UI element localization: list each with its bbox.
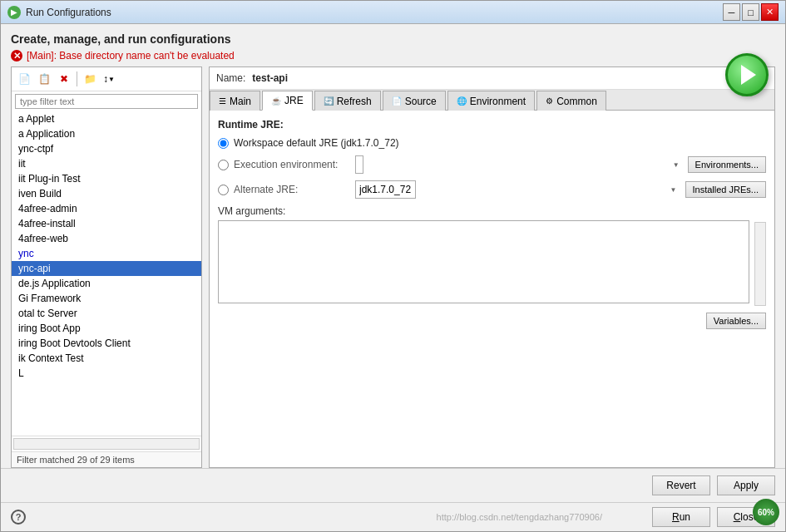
header-section: Create, manage, and run configurations ✕… xyxy=(11,32,775,62)
installed-jres-button[interactable]: Installed JREs... xyxy=(685,181,766,198)
vm-args-container xyxy=(218,220,766,306)
list-item[interactable]: Gi Framework xyxy=(12,291,201,306)
list-item[interactable]: 4afree-admin xyxy=(12,201,201,216)
tab-common[interactable]: ⚙ Common xyxy=(536,91,606,111)
environments-button[interactable]: Environments... xyxy=(688,156,766,173)
common-tab-icon: ⚙ xyxy=(546,96,553,106)
minimize-button[interactable]: ─ xyxy=(723,3,740,21)
main-window: ▶ Run Configurations ─ □ ✕ Create, manag… xyxy=(0,0,786,532)
toolbar-separator xyxy=(77,71,77,86)
tab-common-label: Common xyxy=(556,96,597,107)
config-list: a Applet a Application ync-ctpf iit iit … xyxy=(12,111,201,436)
title-bar-left: ▶ Run Configurations xyxy=(7,6,111,19)
list-item[interactable]: a Applet xyxy=(12,111,201,126)
workspace-jre-row: Workspace default JRE (jdk1.7.0_72) xyxy=(218,137,766,149)
list-item[interactable]: ync-ctpf xyxy=(12,141,201,156)
error-text: [Main]: Base directory name can't be eva… xyxy=(27,50,235,62)
alternate-jre-label: Alternate JRE: xyxy=(234,184,350,195)
badge-indicator: 60% xyxy=(753,499,779,525)
list-item[interactable]: iring Boot Devtools Client xyxy=(12,336,201,351)
filter-button[interactable]: 📁 xyxy=(81,70,99,88)
tab-source-label: Source xyxy=(405,96,437,107)
main-tab-icon: ☰ xyxy=(219,96,226,106)
list-item[interactable]: otal tc Server xyxy=(12,306,201,321)
alternate-jre-combo[interactable]: jdk1.7.0_72 xyxy=(355,180,416,199)
refresh-tab-icon: 🔄 xyxy=(324,96,334,106)
workspace-jre-radio[interactable] xyxy=(218,138,229,149)
tab-environment-label: Environment xyxy=(470,96,526,107)
error-icon: ✕ xyxy=(11,50,22,62)
list-item[interactable]: ik Context Test xyxy=(12,351,201,366)
variables-button[interactable]: Variables... xyxy=(706,313,766,329)
dropdown-arrow-icon: ▼ xyxy=(108,76,115,83)
help-button[interactable]: ? xyxy=(11,510,26,525)
run-launch-button[interactable] xyxy=(725,53,769,96)
error-line: ✕ [Main]: Base directory name can't be e… xyxy=(11,50,775,62)
view-menu-button[interactable]: ↕ ▼ xyxy=(101,71,117,86)
variables-btn-wrap: Variables... xyxy=(218,313,766,329)
list-item-selected[interactable]: ync-api xyxy=(12,261,201,276)
name-label: Name: xyxy=(216,72,245,84)
list-item[interactable]: 4afree-install xyxy=(12,216,201,231)
vm-args-textarea[interactable] xyxy=(218,220,749,303)
execution-env-combo[interactable] xyxy=(355,155,363,174)
list-item[interactable]: iit Plug-in Test xyxy=(12,171,201,186)
filter-status: Filter matched 29 of 29 items xyxy=(12,451,201,467)
workspace-jre-value: Workspace default JRE (jdk1.7.0_72) xyxy=(234,137,399,149)
list-item[interactable]: ync xyxy=(12,246,201,261)
content-area: Create, manage, and run configurations ✕… xyxy=(1,24,785,468)
jre-tab-icon: ☕ xyxy=(271,96,281,106)
filter-input[interactable] xyxy=(15,94,198,109)
alternate-jre-combo-wrapper: jdk1.7.0_72 xyxy=(355,180,680,199)
revert-button[interactable]: Revert xyxy=(652,475,710,495)
bottom-bar: Revert Apply xyxy=(1,468,785,502)
apply-button[interactable]: Apply xyxy=(717,475,775,495)
left-toolbar: 📄 📋 ✖ 📁 ↕ ▼ xyxy=(12,67,201,91)
footer-right: http://blog.csdn.net/tengdazhang770906/ … xyxy=(437,507,775,527)
list-item[interactable]: L xyxy=(12,366,201,381)
window-controls: ─ □ ✕ xyxy=(723,3,779,21)
tab-source[interactable]: 📄 Source xyxy=(383,91,446,111)
duplicate-button[interactable]: 📋 xyxy=(35,70,53,88)
tab-jre-label: JRE xyxy=(284,95,304,106)
execution-env-radio[interactable] xyxy=(218,160,229,170)
dialog-title: Create, manage, and run configurations xyxy=(11,32,775,46)
run-label-rest: un xyxy=(680,511,690,523)
tabs-row: ☰ Main ☕ JRE 🔄 Refresh 📄 Source xyxy=(210,90,774,111)
config-name-value: test-api xyxy=(252,72,288,84)
run-underline: R xyxy=(672,511,680,523)
tab-environment[interactable]: 🌐 Environment xyxy=(447,91,535,111)
vertical-scrollbar[interactable] xyxy=(754,222,766,306)
execution-env-row: Execution environment: Environments... xyxy=(218,155,766,174)
run-button[interactable]: Run xyxy=(652,507,710,527)
alternate-jre-radio[interactable] xyxy=(218,185,229,195)
window-title: Run Configurations xyxy=(26,7,111,18)
list-item[interactable]: iven Build xyxy=(12,186,201,201)
horizontal-scrollbar[interactable] xyxy=(13,438,200,450)
footer-bar: ? http://blog.csdn.net/tengdazhang770906… xyxy=(1,502,785,531)
list-item[interactable]: a Application xyxy=(12,126,201,141)
tab-main[interactable]: ☰ Main xyxy=(210,91,260,111)
close-window-button[interactable]: ✕ xyxy=(761,3,779,21)
title-bar: ▶ Run Configurations ─ □ ✕ xyxy=(1,1,785,24)
tab-refresh-label: Refresh xyxy=(337,96,372,107)
list-item[interactable]: iring Boot App xyxy=(12,321,201,336)
list-item[interactable]: iit xyxy=(12,156,201,171)
list-item[interactable]: 4afree-web xyxy=(12,231,201,246)
alternate-jre-row: Alternate JRE: jdk1.7.0_72 Installed JRE… xyxy=(218,180,766,199)
delete-button[interactable]: ✖ xyxy=(55,70,73,88)
right-panel: Name: test-api ☰ Main ☕ JRE 🔄 Refre xyxy=(209,66,775,468)
main-body: 📄 📋 ✖ 📁 ↕ ▼ a Applet a Application xyxy=(11,66,775,468)
jre-tab-content: Runtime JRE: Workspace default JRE (jdk1… xyxy=(210,111,774,467)
runtime-jre-label: Runtime JRE: xyxy=(218,119,766,131)
tab-refresh[interactable]: 🔄 Refresh xyxy=(314,91,381,111)
new-config-button[interactable]: 📄 xyxy=(15,70,33,88)
execution-env-combo-wrapper xyxy=(355,155,683,174)
list-item[interactable]: de.js Application xyxy=(12,276,201,291)
left-panel: 📄 📋 ✖ 📁 ↕ ▼ a Applet a Application xyxy=(11,66,202,468)
name-row: Name: test-api xyxy=(210,67,774,90)
tab-jre[interactable]: ☕ JRE xyxy=(262,91,313,111)
maximize-button[interactable]: □ xyxy=(742,3,759,21)
watermark-text: http://blog.csdn.net/tengdazhang770906/ xyxy=(437,512,602,522)
execution-env-label: Execution environment: xyxy=(234,159,350,170)
